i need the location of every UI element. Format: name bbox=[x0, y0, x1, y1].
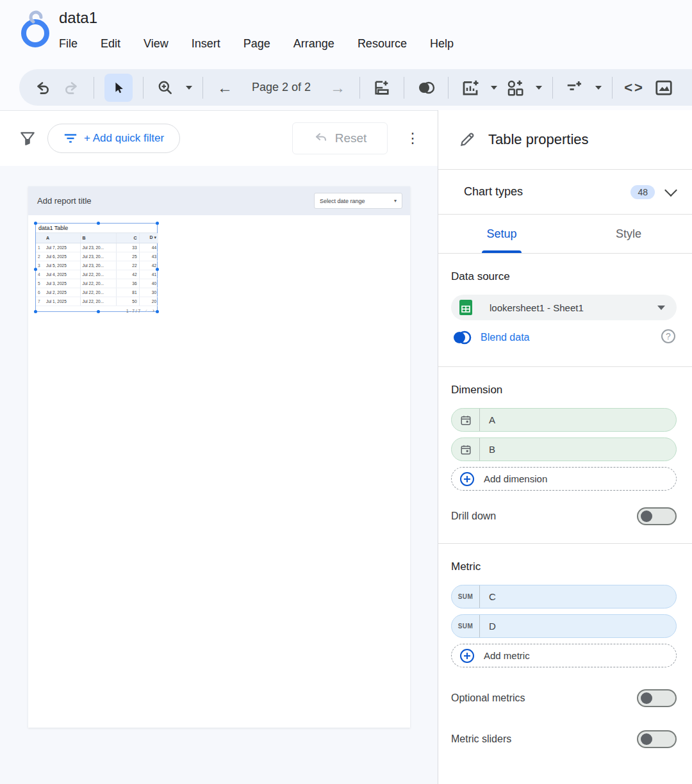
data-source-caret-icon[interactable] bbox=[657, 306, 665, 310]
column-header-b[interactable]: B bbox=[80, 233, 116, 243]
table-row: 3Jul 5, 2025Jul 23, 20...2242 bbox=[36, 261, 158, 270]
selection-handle[interactable] bbox=[97, 222, 100, 225]
add-page-icon[interactable] bbox=[370, 76, 393, 99]
table-cell: Jul 22, 20... bbox=[80, 297, 116, 306]
menu-item-resource[interactable]: Resource bbox=[358, 37, 407, 51]
chart-types-label: Chart types bbox=[464, 185, 630, 199]
menu-item-edit[interactable]: Edit bbox=[101, 37, 120, 51]
add-metric-label: Add metric bbox=[484, 650, 530, 661]
help-icon[interactable]: ? bbox=[661, 329, 675, 343]
select-tool-icon[interactable] bbox=[104, 74, 133, 102]
row-number-header bbox=[36, 233, 44, 243]
report-page-header: Add report title Select date range ▾ bbox=[28, 186, 410, 215]
panel-tabs: Setup Style bbox=[438, 215, 692, 254]
date-range-control[interactable]: Select date range ▾ bbox=[314, 193, 402, 209]
next-page-icon[interactable]: → bbox=[326, 76, 349, 99]
dimension-heading: Dimension bbox=[451, 384, 677, 396]
undo-icon[interactable] bbox=[31, 76, 54, 99]
table-cell: Jul 7, 2025 bbox=[44, 243, 80, 252]
more-options-icon[interactable]: ⋮ bbox=[404, 125, 422, 152]
menu-item-view[interactable]: View bbox=[144, 37, 169, 51]
column-header-c[interactable]: C bbox=[116, 233, 139, 243]
quick-filter-lines-icon bbox=[63, 133, 78, 144]
metric-sliders-toggle[interactable] bbox=[637, 730, 677, 748]
dimension-field-label: B bbox=[480, 444, 495, 455]
table-cell: Jul 5, 2025 bbox=[44, 261, 80, 270]
embed-code-icon[interactable]: <> bbox=[623, 76, 646, 99]
report-title-placeholder[interactable]: Add report title bbox=[37, 196, 92, 206]
blend-tool-icon[interactable] bbox=[415, 76, 438, 99]
add-control-icon[interactable] bbox=[504, 76, 527, 99]
panel-header: Table properties bbox=[438, 110, 692, 170]
drill-down-toggle[interactable] bbox=[637, 507, 677, 525]
metric-chip-d[interactable]: SUM D bbox=[451, 614, 677, 638]
drill-down-row: Drill down bbox=[451, 507, 677, 525]
filter-bar: + Add quick filter Reset ⋮ bbox=[0, 111, 438, 166]
chart-types-row[interactable]: Chart types 48 bbox=[438, 170, 692, 215]
selection-handle[interactable] bbox=[156, 310, 159, 313]
table-cell: 44 bbox=[139, 243, 158, 252]
tab-style[interactable]: Style bbox=[565, 215, 692, 253]
table-cell: 36 bbox=[116, 279, 139, 288]
toolbar: ← Page 2 of 2 → <> bbox=[19, 69, 692, 106]
looker-studio-logo bbox=[18, 9, 54, 49]
drill-down-label: Drill down bbox=[451, 510, 496, 522]
column-header-d[interactable]: D ▾ bbox=[139, 233, 158, 243]
add-filter-icon[interactable] bbox=[563, 76, 586, 99]
add-chart-icon[interactable] bbox=[459, 76, 482, 99]
add-image-icon[interactable] bbox=[652, 76, 675, 99]
panel-title: Table properties bbox=[488, 131, 589, 148]
dimension-chip-a[interactable]: A bbox=[451, 408, 677, 432]
menu-item-insert[interactable]: Insert bbox=[192, 37, 220, 51]
selection-handle[interactable] bbox=[156, 222, 159, 225]
table-cell: 20 bbox=[139, 297, 158, 306]
page-indicator[interactable]: Page 2 of 2 bbox=[252, 81, 311, 94]
plus-circle-icon bbox=[459, 648, 475, 664]
selection-handle[interactable] bbox=[97, 310, 100, 313]
add-metric-button[interactable]: Add metric bbox=[451, 644, 677, 667]
add-filter-caret-icon[interactable] bbox=[595, 86, 602, 90]
main-content: + Add quick filter Reset ⋮ Add report ti… bbox=[0, 110, 692, 784]
zoom-caret-icon[interactable] bbox=[186, 86, 192, 90]
tab-setup[interactable]: Setup bbox=[438, 215, 565, 253]
blend-data-link[interactable]: Blend data bbox=[481, 332, 530, 343]
add-quick-filter-button[interactable]: + Add quick filter bbox=[47, 124, 180, 153]
selection-handle[interactable] bbox=[34, 222, 37, 225]
table-cell: 30 bbox=[139, 288, 158, 297]
menu-item-page[interactable]: Page bbox=[243, 37, 270, 51]
selection-handle[interactable] bbox=[34, 268, 37, 271]
menu-item-file[interactable]: File bbox=[59, 37, 78, 51]
table-row: 5Jul 3, 2025Jul 22, 20...3640 bbox=[36, 279, 158, 288]
chevron-down-icon[interactable] bbox=[664, 184, 677, 197]
metric-sliders-row: Metric sliders bbox=[451, 730, 677, 748]
table-chart-element[interactable]: data1 Table A B C D ▾ 1Jul 7, 2025Jul 23 bbox=[35, 223, 158, 312]
selection-handle[interactable] bbox=[156, 268, 159, 271]
reset-button[interactable]: Reset bbox=[292, 122, 388, 154]
workspace[interactable]: Add report title Select date range ▾ bbox=[0, 166, 438, 784]
toolbar-divider bbox=[143, 77, 144, 99]
toolbar-strip: ← Page 2 of 2 → <> bbox=[0, 64, 692, 110]
previous-page-icon[interactable]: ← bbox=[213, 76, 236, 99]
optional-metrics-row: Optional metrics bbox=[451, 689, 677, 707]
document-title[interactable]: data1 bbox=[59, 9, 97, 27]
dimension-chip-b[interactable]: B bbox=[451, 437, 677, 461]
selection-handle[interactable] bbox=[34, 310, 37, 313]
calendar-icon bbox=[452, 438, 480, 461]
column-header-a[interactable]: A bbox=[44, 233, 80, 243]
add-control-caret-icon[interactable] bbox=[536, 86, 542, 90]
optional-metrics-toggle[interactable] bbox=[637, 689, 677, 707]
add-dimension-label: Add dimension bbox=[484, 473, 547, 484]
add-chart-caret-icon[interactable] bbox=[491, 86, 497, 90]
pagination-next-icon[interactable]: › bbox=[152, 307, 154, 314]
menu-item-arrange[interactable]: Arrange bbox=[293, 37, 334, 51]
add-dimension-button[interactable]: Add dimension bbox=[451, 467, 677, 491]
filter-funnel-icon[interactable] bbox=[19, 130, 36, 147]
redo-icon[interactable] bbox=[60, 76, 83, 99]
pagination-prev-icon[interactable]: ‹ bbox=[145, 307, 147, 314]
report-page[interactable]: Add report title Select date range ▾ bbox=[28, 186, 410, 728]
data-source-chip[interactable]: lookersheet1 - Sheet1 bbox=[451, 295, 677, 320]
date-range-caret-icon: ▾ bbox=[394, 198, 397, 204]
zoom-tool-icon[interactable] bbox=[154, 76, 177, 99]
metric-chip-c[interactable]: SUM C bbox=[451, 585, 677, 608]
menu-item-help[interactable]: Help bbox=[430, 37, 454, 51]
